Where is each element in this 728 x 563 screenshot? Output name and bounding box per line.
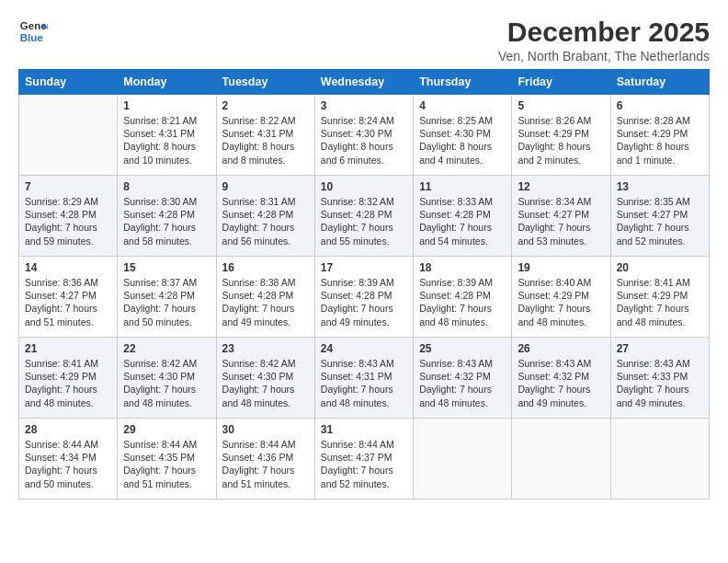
calendar-week-4: 21Sunrise: 8:41 AMSunset: 4:29 PMDayligh… [19,338,710,419]
sunrise-line: Sunrise: 8:21 AM [123,114,210,127]
calendar-cell: 13Sunrise: 8:35 AMSunset: 4:27 PMDayligh… [610,176,709,257]
calendar-cell: 18Sunrise: 8:39 AMSunset: 4:28 PMDayligh… [414,257,512,338]
sunrise-line: Sunrise: 8:32 AM [321,195,407,208]
day-number: 2 [222,99,309,112]
calendar-cell: 15Sunrise: 8:37 AMSunset: 4:28 PMDayligh… [118,257,216,338]
page: General Blue December 2025 Ven, North Br… [0,0,728,563]
calendar-cell [512,419,610,500]
day-number: 24 [321,342,407,355]
sunset-line: Sunset: 4:35 PM [123,451,210,464]
day-number: 16 [222,261,309,274]
daylight-line: and 48 minutes. [222,396,309,409]
cell-content: 27Sunrise: 8:43 AMSunset: 4:33 PMDayligh… [617,342,703,409]
cell-content: 3Sunrise: 8:24 AMSunset: 4:30 PMDaylight… [321,99,407,167]
calendar-cell: 11Sunrise: 8:33 AMSunset: 4:28 PMDayligh… [414,176,512,257]
sunrise-line: Sunrise: 8:36 AM [25,276,111,289]
daylight-line: Daylight: 7 hours [222,383,309,396]
daylight-line: Daylight: 7 hours [617,221,703,234]
sunset-line: Sunset: 4:32 PM [518,370,604,383]
day-number: 10 [321,180,407,193]
day-number: 19 [518,261,604,274]
calendar-cell: 24Sunrise: 8:43 AMSunset: 4:31 PMDayligh… [314,338,413,419]
daylight-line: and 48 minutes. [617,316,703,328]
daylight-line: and 52 minutes. [617,235,703,247]
cell-content: 19Sunrise: 8:40 AMSunset: 4:29 PMDayligh… [518,261,604,328]
cell-content: 25Sunrise: 8:43 AMSunset: 4:32 PMDayligh… [419,342,506,409]
daylight-line: and 55 minutes. [321,235,407,247]
sunset-line: Sunset: 4:29 PM [617,127,703,140]
daylight-line: Daylight: 7 hours [321,221,407,234]
cell-content: 5Sunrise: 8:26 AMSunset: 4:29 PMDaylight… [518,99,604,167]
sunset-line: Sunset: 4:28 PM [222,289,309,302]
cell-content: 10Sunrise: 8:32 AMSunset: 4:28 PMDayligh… [321,180,407,247]
daylight-line: and 58 minutes. [123,235,210,247]
daylight-line: and 50 minutes. [123,316,210,328]
daylight-line: and 2 minutes. [518,154,604,167]
day-number: 30 [222,423,309,436]
daylight-line: and 8 minutes. [222,154,309,167]
daylight-line: Daylight: 8 hours [222,140,309,153]
calendar-cell: 22Sunrise: 8:42 AMSunset: 4:30 PMDayligh… [118,338,216,419]
calendar-cell: 14Sunrise: 8:36 AMSunset: 4:27 PMDayligh… [19,257,118,338]
subtitle: Ven, North Brabant, The Netherlands [498,49,710,63]
day-number: 23 [222,342,309,355]
day-number: 18 [419,261,506,274]
cell-content: 15Sunrise: 8:37 AMSunset: 4:28 PMDayligh… [123,261,210,328]
sunset-line: Sunset: 4:28 PM [419,289,506,302]
sunset-line: Sunset: 4:30 PM [321,127,407,140]
cell-content: 14Sunrise: 8:36 AMSunset: 4:27 PMDayligh… [25,261,111,328]
cell-content: 18Sunrise: 8:39 AMSunset: 4:28 PMDayligh… [419,261,506,328]
sunrise-line: Sunrise: 8:39 AM [419,276,506,289]
daylight-line: Daylight: 7 hours [222,464,309,477]
sunrise-line: Sunrise: 8:33 AM [419,195,506,208]
daylight-line: and 51 minutes. [222,477,309,490]
sunset-line: Sunset: 4:29 PM [518,127,604,140]
header-day-monday: Monday [118,70,216,95]
calendar-cell: 26Sunrise: 8:43 AMSunset: 4:32 PMDayligh… [512,338,610,419]
day-number: 14 [25,261,111,274]
sunrise-line: Sunrise: 8:44 AM [321,438,407,451]
daylight-line: Daylight: 7 hours [123,302,210,315]
sunrise-line: Sunrise: 8:43 AM [419,357,506,370]
cell-content: 13Sunrise: 8:35 AMSunset: 4:27 PMDayligh… [617,180,703,247]
cell-content: 7Sunrise: 8:29 AMSunset: 4:28 PMDaylight… [25,180,111,247]
daylight-line: and 54 minutes. [419,235,506,247]
calendar-cell [19,95,118,176]
cell-content: 24Sunrise: 8:43 AMSunset: 4:31 PMDayligh… [321,342,407,409]
daylight-line: Daylight: 7 hours [419,221,506,234]
cell-content: 31Sunrise: 8:44 AMSunset: 4:37 PMDayligh… [321,423,407,490]
sunset-line: Sunset: 4:33 PM [617,370,703,383]
day-number: 8 [123,180,210,193]
daylight-line: Daylight: 8 hours [123,140,210,153]
sunset-line: Sunset: 4:30 PM [419,127,506,140]
cell-content: 9Sunrise: 8:31 AMSunset: 4:28 PMDaylight… [222,180,309,247]
calendar-cell: 27Sunrise: 8:43 AMSunset: 4:33 PMDayligh… [610,338,709,419]
daylight-line: Daylight: 7 hours [123,221,210,234]
calendar-cell [610,419,709,500]
day-number: 21 [25,342,111,355]
day-number: 5 [518,99,604,112]
calendar-table: SundayMondayTuesdayWednesdayThursdayFrid… [18,69,710,500]
daylight-line: and 1 minute. [617,154,703,167]
sunset-line: Sunset: 4:28 PM [321,208,407,221]
sunrise-line: Sunrise: 8:28 AM [617,114,703,127]
daylight-line: Daylight: 8 hours [518,140,604,153]
sunrise-line: Sunrise: 8:26 AM [518,114,604,127]
sunset-line: Sunset: 4:28 PM [123,208,210,221]
sunrise-line: Sunrise: 8:42 AM [222,357,309,370]
sunset-line: Sunset: 4:32 PM [419,370,506,383]
sunset-line: Sunset: 4:31 PM [321,370,407,383]
daylight-line: Daylight: 7 hours [321,302,407,315]
sunset-line: Sunset: 4:28 PM [321,289,407,302]
calendar-cell: 21Sunrise: 8:41 AMSunset: 4:29 PMDayligh… [19,338,118,419]
calendar-week-1: 1Sunrise: 8:21 AMSunset: 4:31 PMDaylight… [19,95,710,176]
sunrise-line: Sunrise: 8:29 AM [25,195,111,208]
sunrise-line: Sunrise: 8:41 AM [25,357,111,370]
calendar-cell: 12Sunrise: 8:34 AMSunset: 4:27 PMDayligh… [512,176,610,257]
header-day-wednesday: Wednesday [314,70,413,95]
sunset-line: Sunset: 4:36 PM [222,451,309,464]
daylight-line: Daylight: 8 hours [617,140,703,153]
daylight-line: and 53 minutes. [518,235,604,247]
sunset-line: Sunset: 4:29 PM [518,289,604,302]
day-number: 6 [617,99,703,112]
